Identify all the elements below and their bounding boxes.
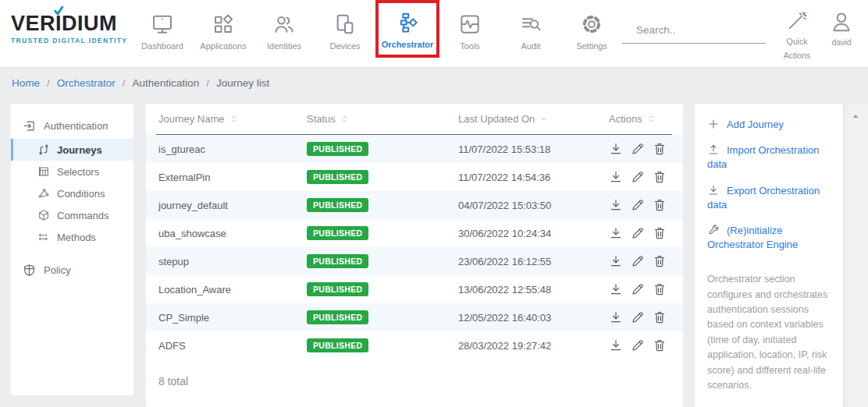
dashboard-icon <box>151 12 174 36</box>
logo-text: VER <box>11 12 55 35</box>
status-badge: PUBLISHED <box>307 310 368 324</box>
delete-button[interactable] <box>653 198 667 212</box>
delete-button[interactable] <box>653 142 667 156</box>
sidebar-item-methods[interactable]: Methods <box>11 226 133 248</box>
download-icon <box>609 170 623 184</box>
nav-item-audit[interactable]: Audit <box>500 0 561 51</box>
row-actions <box>609 338 683 352</box>
nav-item-label: Orchestrator <box>379 40 436 49</box>
column-header-journey-name[interactable]: Journey Name <box>158 113 307 125</box>
panel-links: Add JourneyImport Orchestration dataExpo… <box>707 118 831 252</box>
edit-button[interactable] <box>631 338 645 352</box>
reinitialize-orchestrator-engine-link[interactable]: (Re)initialize Orchestrator Engine <box>707 224 831 252</box>
sidebar-item-label: Commands <box>57 210 108 221</box>
nav-item-applications[interactable]: Applications <box>193 0 254 51</box>
audit-icon <box>519 12 542 36</box>
add-journey-link[interactable]: Add Journey <box>707 118 831 132</box>
nav-item-orchestrator[interactable]: Orchestrator <box>375 0 439 58</box>
sidebar-item-conditions[interactable]: Conditions <box>11 182 133 204</box>
delete-button[interactable] <box>653 254 667 268</box>
trash-icon <box>653 282 667 296</box>
search-input[interactable] <box>627 23 777 36</box>
sort-icon <box>647 114 656 124</box>
quick-actions-button[interactable]: Quick Actions <box>776 10 818 63</box>
table-row: stepupPUBLISHED23/06/2022 16:12:55 <box>146 247 683 275</box>
orchestrator-description: Orchestrator section configures and orch… <box>707 272 831 393</box>
edit-button[interactable] <box>631 310 645 324</box>
nav-item-label: Applications <box>193 41 254 51</box>
nav-item-settings[interactable]: Settings <box>561 0 622 51</box>
pencil-icon <box>631 282 645 296</box>
identities-icon <box>272 12 296 36</box>
download-button[interactable] <box>609 198 623 212</box>
column-header-actions[interactable]: Actions <box>609 113 672 125</box>
table-row: ExternalPinPUBLISHED11/07/2022 14:54:36 <box>146 163 683 191</box>
delete-button[interactable] <box>653 282 667 296</box>
sidebar-item-journeys[interactable]: Journeys <box>11 139 133 161</box>
scrollbar-track[interactable] <box>843 104 868 407</box>
import-orchestration-data-link[interactable]: Import Orchestration data <box>707 143 831 172</box>
breadcrumb-separator: / <box>47 77 50 89</box>
download-icon <box>609 282 623 296</box>
journey-name-cell: CP_Simple <box>158 312 307 324</box>
delete-button[interactable] <box>653 338 667 352</box>
status-cell: PUBLISHED <box>307 282 458 296</box>
edit-button[interactable] <box>631 282 645 296</box>
sidebar-item-commands[interactable]: Commands <box>11 204 133 226</box>
export-orchestration-data-link[interactable]: Export Orchestration data <box>707 184 831 212</box>
column-header-last-updated-on[interactable]: Last Updated On <box>458 113 609 125</box>
table-row: CP_SimplePUBLISHED12/05/2022 16:40:03 <box>146 303 683 331</box>
sort-icon <box>229 114 238 124</box>
download-button[interactable] <box>609 254 623 268</box>
last-updated-cell: 11/07/2022 14:54:36 <box>458 172 609 183</box>
sidebar-section-policy[interactable]: Policy <box>11 257 133 283</box>
download-button[interactable] <box>609 282 623 296</box>
breadcrumb-item[interactable]: Home <box>12 77 40 89</box>
pencil-icon <box>631 170 645 184</box>
download-button[interactable] <box>609 142 623 156</box>
devices-icon <box>333 12 357 36</box>
column-header-status[interactable]: Status <box>307 113 458 125</box>
pencil-icon <box>631 226 645 240</box>
sidebar-section-authentication[interactable]: Authentication <box>11 113 133 139</box>
edit-button[interactable] <box>631 198 645 212</box>
table-row: ADFSPUBLISHED28/03/2022 19:27:42 <box>146 331 683 359</box>
delete-button[interactable] <box>653 226 667 240</box>
status-cell: PUBLISHED <box>307 310 458 324</box>
pencil-icon <box>631 310 645 324</box>
column-header-label: Journey Name <box>158 113 225 125</box>
plus-icon <box>707 118 720 130</box>
download-button[interactable] <box>609 226 623 240</box>
sidebar-item-selectors[interactable]: Selectors <box>11 161 133 182</box>
delete-button[interactable] <box>653 310 667 324</box>
last-updated-cell: 13/06/2022 12:55:48 <box>458 284 609 296</box>
row-actions <box>609 170 683 184</box>
edit-button[interactable] <box>631 170 645 184</box>
nav-item-dashboard[interactable]: Dashboard <box>132 0 193 51</box>
scroll-up-icon[interactable] <box>851 111 860 121</box>
last-updated-cell: 30/06/2022 10:24:34 <box>458 228 609 239</box>
edit-button[interactable] <box>631 226 645 240</box>
pencil-icon <box>631 142 645 156</box>
breadcrumb-separator: / <box>123 77 126 89</box>
nav-item-tools[interactable]: Tools <box>439 0 500 51</box>
download-button[interactable] <box>609 338 623 352</box>
nav-item-identities[interactable]: Identities <box>254 0 315 51</box>
trash-icon <box>653 310 667 324</box>
sidebar-item-label: Journeys <box>57 144 102 156</box>
edit-button[interactable] <box>631 254 645 268</box>
nav-item-devices[interactable]: Devices <box>315 0 375 51</box>
delete-button[interactable] <box>653 170 667 184</box>
edit-button[interactable] <box>631 142 645 156</box>
last-updated-cell: 28/03/2022 19:27:42 <box>458 340 609 352</box>
download-button[interactable] <box>609 170 623 184</box>
breadcrumb: Home/Orchestrator/Authentication/Journey… <box>12 77 269 89</box>
download-icon <box>609 226 623 240</box>
breadcrumb-item[interactable]: Orchestrator <box>57 77 116 89</box>
download-icon <box>707 184 720 196</box>
user-menu[interactable]: david <box>820 10 863 47</box>
route-icon <box>37 143 50 156</box>
last-updated-cell: 11/07/2022 15:53:18 <box>458 143 609 155</box>
download-button[interactable] <box>609 310 623 324</box>
panel-link-label: Add Journey <box>727 119 784 130</box>
